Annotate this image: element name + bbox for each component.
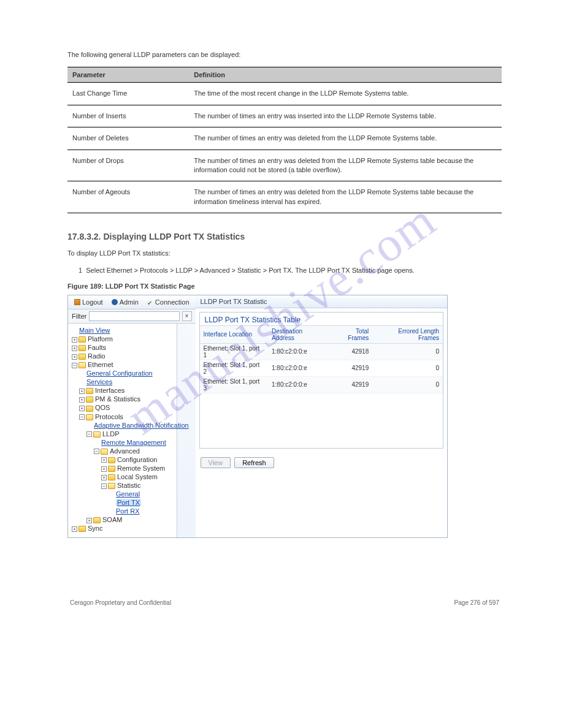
expander-icon[interactable]: −: [101, 483, 107, 489]
port-tx-table: Interface Location Destination Address T…: [200, 325, 443, 449]
tree-port-tx[interactable]: Port TX: [116, 499, 141, 506]
pane-title: LLDP Port TX Statistic: [196, 295, 448, 308]
col-total-frames[interactable]: Total Frames: [330, 325, 373, 343]
table-row[interactable]: Ethernet: Slot 1, port 3 1:80:c2:0:0:e 4…: [200, 376, 443, 393]
filter-row: Filter ×: [68, 309, 196, 324]
folder-icon: [79, 354, 86, 360]
tree-local-system[interactable]: Local System: [117, 473, 158, 480]
section-heading: 17.8.3.2. Displaying LLDP Port TX Statis…: [67, 232, 502, 241]
expander-icon[interactable]: −: [79, 414, 85, 420]
folder-icon: [79, 336, 86, 343]
folder-icon: [108, 466, 115, 472]
expander-icon[interactable]: +: [79, 389, 85, 394]
folder-icon: [79, 345, 86, 351]
tree-configuration[interactable]: Configuration: [117, 456, 157, 463]
tree-faults[interactable]: Faults: [88, 344, 106, 351]
page-content: The following general LLDP parameters ca…: [0, 0, 563, 655]
col-definition: Definition: [189, 67, 502, 83]
footer-right: Page 276 of 597: [454, 599, 499, 606]
table-row[interactable]: Ethernet: Slot 1, port 2 1:80:c2:0:0:e 4…: [200, 360, 443, 376]
logout-button[interactable]: Logout: [72, 298, 105, 306]
expander-icon[interactable]: +: [79, 406, 85, 411]
figure-caption: Figure 189: LLDP Port TX Statistic Page: [67, 282, 502, 290]
col-parameter: Parameter: [67, 67, 189, 83]
tree-general[interactable]: General: [116, 490, 140, 498]
tree-pm-stats[interactable]: PM & Statistics: [95, 395, 140, 403]
tree-abn[interactable]: Adaptive Bandwidth Notification: [94, 422, 189, 429]
connection-button[interactable]: Connection: [145, 298, 192, 306]
tree-remote-mgmt[interactable]: Remote Management: [101, 439, 166, 446]
step-text: 1 Select Ethernet > Protocols > LLDP > A…: [67, 266, 502, 275]
section-desc: To display LLDP Port TX statistics:: [67, 249, 502, 258]
filter-input[interactable]: [89, 311, 179, 321]
tree-sync[interactable]: Sync: [88, 525, 102, 532]
tree-general-config[interactable]: General Configuration: [86, 370, 153, 377]
tree-lldp[interactable]: LLDP: [102, 430, 120, 438]
folder-icon: [108, 457, 115, 463]
admin-button[interactable]: Admin: [109, 298, 141, 306]
admin-icon: [112, 299, 118, 305]
folder-icon: [79, 526, 86, 532]
expander-icon[interactable]: +: [101, 466, 107, 472]
nav-tree: Main View +Platform +Faults +Radio −Ethe…: [68, 324, 177, 538]
check-icon: [147, 299, 153, 305]
table-row: Last Change Time The time of the most re…: [67, 83, 502, 105]
expander-icon[interactable]: +: [72, 354, 77, 360]
tree-platform[interactable]: Platform: [88, 335, 113, 343]
folder-icon: [86, 406, 93, 412]
refresh-button[interactable]: Refresh: [234, 457, 274, 468]
intro-text: The following general LLDP parameters ca…: [67, 50, 502, 59]
folder-open-icon: [93, 431, 101, 438]
folder-open-icon: [101, 449, 108, 455]
folder-icon: [108, 474, 115, 480]
expander-icon[interactable]: −: [72, 363, 77, 368]
expander-icon[interactable]: +: [86, 518, 92, 523]
table-row[interactable]: Ethernet: Slot 1, port 1 1:80:c2:0:0:e 4…: [200, 343, 443, 360]
tree-interfaces[interactable]: Interfaces: [95, 387, 124, 394]
view-button[interactable]: View: [201, 457, 231, 468]
filter-label: Filter: [72, 313, 86, 320]
expander-icon[interactable]: +: [101, 475, 107, 480]
tree-remote-system[interactable]: Remote System: [117, 464, 165, 472]
folder-icon: [86, 396, 93, 403]
expander-icon[interactable]: +: [72, 346, 77, 351]
folder-icon: [86, 388, 93, 394]
folder-open-icon: [86, 414, 93, 420]
table-row: Number of Ageouts The number of times an…: [67, 181, 502, 213]
subtable-title: LLDP Port TX Statistics Table: [200, 313, 443, 325]
expander-icon[interactable]: +: [101, 457, 107, 463]
tree-ethernet[interactable]: Ethernet: [88, 361, 113, 368]
table-row: Number of Deletes The number of times an…: [67, 127, 502, 150]
folder-open-icon: [108, 483, 115, 489]
tree-statistic[interactable]: Statistic: [117, 482, 141, 489]
expander-icon[interactable]: +: [72, 526, 77, 532]
col-interface-location[interactable]: Interface Location: [200, 325, 269, 343]
expander-icon[interactable]: +: [72, 337, 77, 343]
button-row: View Refresh: [196, 452, 448, 473]
footer-left: Ceragon Proprietary and Confidential: [70, 599, 171, 606]
tree-main-view[interactable]: Main View: [79, 327, 110, 334]
filter-clear-button[interactable]: ×: [182, 311, 192, 321]
expander-icon[interactable]: −: [94, 449, 99, 454]
tree-port-rx[interactable]: Port RX: [116, 507, 140, 515]
toolbar: Logout Admin Connection: [68, 295, 196, 309]
tree-radio[interactable]: Radio: [88, 352, 105, 360]
expander-icon[interactable]: +: [79, 397, 85, 403]
tree-advanced[interactable]: Advanced: [110, 447, 140, 455]
port-tx-table-wrap: LLDP Port TX Statistics Table Interface …: [199, 312, 444, 449]
table-row: Number of Inserts The number of times an…: [67, 105, 502, 127]
footer: Ceragon Proprietary and Confidential Pag…: [67, 599, 502, 606]
tree-qos[interactable]: QOS: [95, 404, 110, 411]
app-frame: Logout Admin Connection Filter ×: [67, 295, 448, 539]
params-table: Parameter Definition Last Change Time Th…: [67, 67, 502, 213]
col-destination-address[interactable]: Destination Address: [268, 325, 330, 343]
table-row: Number of Drops The number of times an e…: [67, 150, 502, 181]
main-pane: LLDP Port TX Statistic LLDP Port TX Stat…: [196, 295, 448, 538]
expander-icon[interactable]: −: [86, 431, 92, 437]
door-icon: [74, 299, 80, 305]
tree-protocols[interactable]: Protocols: [95, 413, 123, 420]
tree-services[interactable]: Services: [86, 378, 112, 385]
tree-soam[interactable]: SOAM: [102, 516, 122, 523]
folder-icon: [93, 517, 101, 523]
col-errored-frames[interactable]: Errored Length Frames: [372, 325, 443, 343]
